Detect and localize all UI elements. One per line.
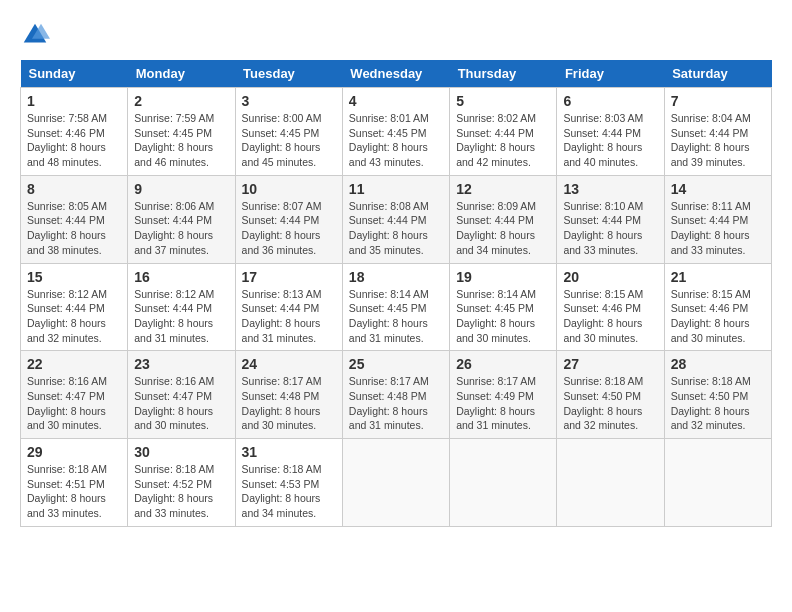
day-number: 31 xyxy=(242,444,336,460)
calendar-cell: 24 Sunrise: 8:17 AM Sunset: 4:48 PM Dayl… xyxy=(235,351,342,439)
calendar-cell: 11 Sunrise: 8:08 AM Sunset: 4:44 PM Dayl… xyxy=(342,175,449,263)
day-number: 8 xyxy=(27,181,121,197)
day-number: 19 xyxy=(456,269,550,285)
day-info: Sunrise: 8:13 AM Sunset: 4:44 PM Dayligh… xyxy=(242,287,336,346)
calendar-cell: 5 Sunrise: 8:02 AM Sunset: 4:44 PM Dayli… xyxy=(450,88,557,176)
day-number: 12 xyxy=(456,181,550,197)
weekday-header-monday: Monday xyxy=(128,60,235,88)
logo xyxy=(20,20,54,50)
weekday-header-tuesday: Tuesday xyxy=(235,60,342,88)
calendar-cell: 21 Sunrise: 8:15 AM Sunset: 4:46 PM Dayl… xyxy=(664,263,771,351)
day-info: Sunrise: 8:17 AM Sunset: 4:48 PM Dayligh… xyxy=(349,374,443,433)
calendar-cell: 4 Sunrise: 8:01 AM Sunset: 4:45 PM Dayli… xyxy=(342,88,449,176)
day-number: 10 xyxy=(242,181,336,197)
calendar-cell xyxy=(450,439,557,527)
calendar-table: SundayMondayTuesdayWednesdayThursdayFrid… xyxy=(20,60,772,527)
weekday-header-wednesday: Wednesday xyxy=(342,60,449,88)
day-number: 23 xyxy=(134,356,228,372)
calendar-cell: 16 Sunrise: 8:12 AM Sunset: 4:44 PM Dayl… xyxy=(128,263,235,351)
calendar-cell: 25 Sunrise: 8:17 AM Sunset: 4:48 PM Dayl… xyxy=(342,351,449,439)
calendar-cell: 2 Sunrise: 7:59 AM Sunset: 4:45 PM Dayli… xyxy=(128,88,235,176)
day-info: Sunrise: 8:11 AM Sunset: 4:44 PM Dayligh… xyxy=(671,199,765,258)
day-info: Sunrise: 8:18 AM Sunset: 4:50 PM Dayligh… xyxy=(671,374,765,433)
day-number: 15 xyxy=(27,269,121,285)
calendar-cell: 3 Sunrise: 8:00 AM Sunset: 4:45 PM Dayli… xyxy=(235,88,342,176)
day-info: Sunrise: 8:09 AM Sunset: 4:44 PM Dayligh… xyxy=(456,199,550,258)
calendar-cell: 28 Sunrise: 8:18 AM Sunset: 4:50 PM Dayl… xyxy=(664,351,771,439)
calendar-cell: 1 Sunrise: 7:58 AM Sunset: 4:46 PM Dayli… xyxy=(21,88,128,176)
weekday-header-saturday: Saturday xyxy=(664,60,771,88)
page-header xyxy=(20,20,772,50)
day-info: Sunrise: 8:10 AM Sunset: 4:44 PM Dayligh… xyxy=(563,199,657,258)
day-number: 17 xyxy=(242,269,336,285)
weekday-header-sunday: Sunday xyxy=(21,60,128,88)
weekday-header-thursday: Thursday xyxy=(450,60,557,88)
calendar-cell: 23 Sunrise: 8:16 AM Sunset: 4:47 PM Dayl… xyxy=(128,351,235,439)
calendar-cell: 26 Sunrise: 8:17 AM Sunset: 4:49 PM Dayl… xyxy=(450,351,557,439)
day-number: 27 xyxy=(563,356,657,372)
day-info: Sunrise: 8:18 AM Sunset: 4:50 PM Dayligh… xyxy=(563,374,657,433)
day-number: 28 xyxy=(671,356,765,372)
logo-icon xyxy=(20,20,50,50)
day-info: Sunrise: 7:59 AM Sunset: 4:45 PM Dayligh… xyxy=(134,111,228,170)
day-info: Sunrise: 8:15 AM Sunset: 4:46 PM Dayligh… xyxy=(671,287,765,346)
day-number: 1 xyxy=(27,93,121,109)
day-info: Sunrise: 8:03 AM Sunset: 4:44 PM Dayligh… xyxy=(563,111,657,170)
calendar-cell: 18 Sunrise: 8:14 AM Sunset: 4:45 PM Dayl… xyxy=(342,263,449,351)
day-number: 13 xyxy=(563,181,657,197)
day-number: 6 xyxy=(563,93,657,109)
day-info: Sunrise: 8:18 AM Sunset: 4:52 PM Dayligh… xyxy=(134,462,228,521)
calendar-cell: 8 Sunrise: 8:05 AM Sunset: 4:44 PM Dayli… xyxy=(21,175,128,263)
day-number: 30 xyxy=(134,444,228,460)
day-number: 18 xyxy=(349,269,443,285)
calendar-cell: 30 Sunrise: 8:18 AM Sunset: 4:52 PM Dayl… xyxy=(128,439,235,527)
day-number: 3 xyxy=(242,93,336,109)
calendar-cell xyxy=(342,439,449,527)
calendar-cell: 31 Sunrise: 8:18 AM Sunset: 4:53 PM Dayl… xyxy=(235,439,342,527)
calendar-cell: 14 Sunrise: 8:11 AM Sunset: 4:44 PM Dayl… xyxy=(664,175,771,263)
day-number: 29 xyxy=(27,444,121,460)
day-number: 22 xyxy=(27,356,121,372)
day-info: Sunrise: 8:06 AM Sunset: 4:44 PM Dayligh… xyxy=(134,199,228,258)
calendar-cell xyxy=(557,439,664,527)
day-info: Sunrise: 8:04 AM Sunset: 4:44 PM Dayligh… xyxy=(671,111,765,170)
day-info: Sunrise: 8:00 AM Sunset: 4:45 PM Dayligh… xyxy=(242,111,336,170)
calendar-cell: 17 Sunrise: 8:13 AM Sunset: 4:44 PM Dayl… xyxy=(235,263,342,351)
calendar-cell: 10 Sunrise: 8:07 AM Sunset: 4:44 PM Dayl… xyxy=(235,175,342,263)
day-info: Sunrise: 8:17 AM Sunset: 4:49 PM Dayligh… xyxy=(456,374,550,433)
day-number: 24 xyxy=(242,356,336,372)
calendar-cell: 6 Sunrise: 8:03 AM Sunset: 4:44 PM Dayli… xyxy=(557,88,664,176)
calendar-cell: 13 Sunrise: 8:10 AM Sunset: 4:44 PM Dayl… xyxy=(557,175,664,263)
day-info: Sunrise: 8:14 AM Sunset: 4:45 PM Dayligh… xyxy=(456,287,550,346)
calendar-cell xyxy=(664,439,771,527)
day-number: 14 xyxy=(671,181,765,197)
day-number: 26 xyxy=(456,356,550,372)
day-info: Sunrise: 8:18 AM Sunset: 4:51 PM Dayligh… xyxy=(27,462,121,521)
calendar-cell: 29 Sunrise: 8:18 AM Sunset: 4:51 PM Dayl… xyxy=(21,439,128,527)
day-info: Sunrise: 8:16 AM Sunset: 4:47 PM Dayligh… xyxy=(27,374,121,433)
day-info: Sunrise: 8:08 AM Sunset: 4:44 PM Dayligh… xyxy=(349,199,443,258)
day-info: Sunrise: 8:07 AM Sunset: 4:44 PM Dayligh… xyxy=(242,199,336,258)
day-number: 4 xyxy=(349,93,443,109)
calendar-cell: 19 Sunrise: 8:14 AM Sunset: 4:45 PM Dayl… xyxy=(450,263,557,351)
day-info: Sunrise: 7:58 AM Sunset: 4:46 PM Dayligh… xyxy=(27,111,121,170)
calendar-cell: 22 Sunrise: 8:16 AM Sunset: 4:47 PM Dayl… xyxy=(21,351,128,439)
day-number: 5 xyxy=(456,93,550,109)
day-info: Sunrise: 8:15 AM Sunset: 4:46 PM Dayligh… xyxy=(563,287,657,346)
day-number: 20 xyxy=(563,269,657,285)
day-number: 25 xyxy=(349,356,443,372)
day-number: 21 xyxy=(671,269,765,285)
calendar-cell: 12 Sunrise: 8:09 AM Sunset: 4:44 PM Dayl… xyxy=(450,175,557,263)
day-info: Sunrise: 8:14 AM Sunset: 4:45 PM Dayligh… xyxy=(349,287,443,346)
day-info: Sunrise: 8:17 AM Sunset: 4:48 PM Dayligh… xyxy=(242,374,336,433)
day-info: Sunrise: 8:05 AM Sunset: 4:44 PM Dayligh… xyxy=(27,199,121,258)
day-number: 2 xyxy=(134,93,228,109)
calendar-cell: 15 Sunrise: 8:12 AM Sunset: 4:44 PM Dayl… xyxy=(21,263,128,351)
day-number: 16 xyxy=(134,269,228,285)
day-number: 9 xyxy=(134,181,228,197)
calendar-cell: 9 Sunrise: 8:06 AM Sunset: 4:44 PM Dayli… xyxy=(128,175,235,263)
day-info: Sunrise: 8:12 AM Sunset: 4:44 PM Dayligh… xyxy=(134,287,228,346)
calendar-cell: 7 Sunrise: 8:04 AM Sunset: 4:44 PM Dayli… xyxy=(664,88,771,176)
day-number: 11 xyxy=(349,181,443,197)
day-number: 7 xyxy=(671,93,765,109)
